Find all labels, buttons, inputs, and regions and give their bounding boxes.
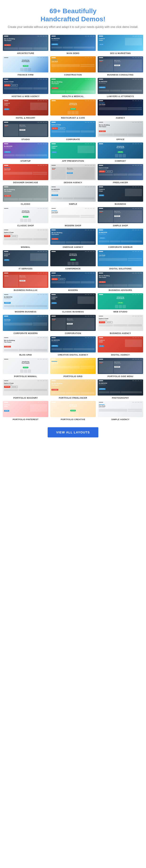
demo-item-simple-shop[interactable]: Services Main Content Description text h… — [98, 207, 143, 227]
demo-item-modern[interactable]: Explore & Create Professional web soluti… — [50, 272, 96, 291]
demo-thumbnail-web-studio[interactable]: IntroducingThe Product! DISCOVER — [98, 293, 143, 309]
demo-item-company[interactable]: IntroducingThe Product! DISCOVER COMPANY — [98, 143, 143, 162]
demo-thumbnail-construction[interactable]: Case Study Business Solutions — [50, 56, 96, 72]
demo-thumbnail-business-advisors[interactable]: We Are BuildingThe Future GET STARTED — [98, 272, 143, 288]
demo-item-classic-shop[interactable]: IntroducingThe Product! DISCOVER CLASSIC… — [3, 207, 48, 227]
demo-item-creative-digital[interactable]: We INNOVATE! Professional Services LEARN… — [50, 336, 96, 356]
demo-item-construction[interactable]: Case Study Business Solutions CONSTRUCTI… — [50, 56, 96, 76]
demo-thumbnail-portfolio-pinterest[interactable]: Creative &Unique EXPLORE — [3, 401, 48, 417]
demo-item-freelancer[interactable]: Explore & Create Professional web soluti… — [98, 164, 143, 184]
demo-item-modern-business[interactable]: We INNOVATE! Professional Services LEARN… — [3, 293, 48, 313]
demo-thumbnail-modern-business[interactable]: We INNOVATE! Professional Services LEARN… — [3, 293, 48, 309]
demo-item-agency[interactable]: Case Study Business Solutions AGENCY — [98, 99, 143, 119]
demo-item-modern-shop[interactable]: Case Study Business Solutions MODERN SHO… — [50, 207, 96, 227]
demo-item-web-studio[interactable]: IntroducingThe Product! DISCOVER WEB STU… — [98, 293, 143, 313]
demo-thumbnail-freelancer[interactable]: Explore & Create Professional web soluti… — [98, 164, 143, 180]
demo-item-corporate-sidebar[interactable]: We INNOVATE! Professional Services LEARN… — [98, 229, 143, 248]
demo-item-simple[interactable]: We INNOVATE! Professional Services LEARN… — [50, 186, 96, 205]
demo-thumbnail-classic[interactable]: We Are BuildingThe Future GET STARTED — [3, 186, 48, 202]
demo-item-lawyers[interactable]: We INNOVATE! Professional Services LEARN… — [98, 78, 143, 97]
demo-thumbnail-studio[interactable]: Services Main Content Description text h… — [3, 121, 48, 137]
demo-thumbnail-business[interactable]: Creative &Unique EXPLORE — [98, 186, 143, 202]
demo-thumbnail-classic-business[interactable]: Creative &Unique EXPLORE — [50, 293, 96, 309]
demo-item-design-agency[interactable]: Services Main Content Description text h… — [50, 164, 96, 184]
demo-thumbnail-office[interactable]: We Are BuildingThe Future GET STARTED — [98, 121, 143, 137]
demo-thumbnail-hosting[interactable]: Explore & Create Professional web soluti… — [3, 78, 48, 94]
demo-thumbnail-portfolio-grid[interactable]: Case Study Business Solutions — [50, 358, 96, 374]
demo-item-business-advisors[interactable]: We Are BuildingThe Future GET STARTED BU… — [98, 272, 143, 291]
demo-thumbnail-portfolio-freelancer[interactable]: We Are BuildingThe Future GET STARTED — [50, 379, 96, 396]
demo-thumbnail-simple-shop[interactable]: Services Main Content Description text h… — [98, 207, 143, 223]
demo-thumbnail-finance-firm[interactable]: IntroducingThe Product! DISCOVER — [3, 56, 48, 72]
demo-item-conference[interactable]: IntroducingThe Product! DISCOVER CONFERE… — [50, 250, 96, 270]
demo-thumbnail-modern[interactable]: Explore & Create Professional web soluti… — [50, 272, 96, 288]
demo-thumbnail-portfolio-minimal[interactable]: IntroducingThe Product! DISCOVER — [3, 358, 48, 374]
demo-item-health-medical[interactable]: We Are BuildingThe Future GET STARTED HE… — [50, 78, 96, 97]
demo-thumbnail-portfolio-creative[interactable]: IntroducingThe Product! DISCOVER — [50, 401, 96, 417]
demo-item-corporate[interactable]: Explore & Create Professional web soluti… — [50, 121, 96, 141]
demo-thumbnail-portfolio-side[interactable]: Services Main Content Description text h… — [98, 358, 143, 374]
demo-thumbnail-lawyers[interactable]: We INNOVATE! Professional Services LEARN… — [98, 78, 143, 94]
demo-item-business-agency[interactable]: Explore & Create Professional web soluti… — [98, 315, 143, 335]
demo-item-finance-firm[interactable]: IntroducingThe Product! DISCOVER FINANCE… — [3, 56, 48, 76]
demo-thumbnail-simple[interactable]: We INNOVATE! Professional Services LEARN… — [50, 186, 96, 202]
demo-thumbnail-simple-agency[interactable]: Case Study Business Solutions — [98, 401, 143, 417]
demo-item-corporation[interactable]: Services Main Content Description text h… — [50, 315, 96, 335]
demo-thumbnail-hotel[interactable]: Creative &Unique EXPLORE — [3, 99, 48, 116]
demo-item-portfolio-minimal[interactable]: IntroducingThe Product! DISCOVER PORTFOL… — [3, 358, 48, 377]
demo-thumbnail-digital-solutions[interactable]: Case Study Business Solutions — [98, 250, 143, 266]
demo-item-architecture[interactable]: We Are BuildingThe Future GET STARTED AR… — [3, 35, 48, 55]
demo-item-corporate-modern[interactable]: Case Study Business Solutions CORPORATE … — [3, 315, 48, 335]
demo-item-hosting[interactable]: Explore & Create Professional web soluti… — [3, 78, 48, 97]
demo-item-office[interactable]: We Are BuildingThe Future GET STARTED OF… — [98, 121, 143, 141]
demo-item-classic[interactable]: We Are BuildingThe Future GET STARTED CL… — [3, 186, 48, 205]
demo-item-classic-business[interactable]: Creative &Unique EXPLORE CLASSIC BUSINES… — [50, 293, 96, 313]
demo-item-blog-grid[interactable]: We Are BuildingThe Future GET STARTED BL… — [3, 336, 48, 356]
demo-thumbnail-corporate-sidebar[interactable]: We INNOVATE! Professional Services LEARN… — [98, 229, 143, 245]
demo-item-portfolio-pinterest[interactable]: Creative &Unique EXPLORE PORTFOLIO PINTE… — [3, 401, 48, 421]
demo-thumbnail-creative-digital[interactable]: We INNOVATE! Professional Services LEARN… — [50, 336, 96, 352]
demo-thumbnail-design-agency[interactable]: Services Main Content Description text h… — [50, 164, 96, 180]
demo-thumbnail-classic-shop[interactable]: IntroducingThe Product! DISCOVER — [3, 207, 48, 223]
demo-item-studio[interactable]: Services Main Content Description text h… — [3, 121, 48, 141]
demo-item-portfolio-creative[interactable]: IntroducingThe Product! DISCOVER PORTFOL… — [50, 401, 96, 421]
demo-item-restaurant[interactable]: IntroducingThe Product! DISCOVER RESTAUR… — [50, 99, 96, 119]
demo-item-business[interactable]: Creative &Unique EXPLORE BUSINESS — [98, 186, 143, 205]
demo-thumbnail-agency[interactable]: Case Study Business Solutions — [98, 99, 143, 116]
demo-thumbnail-photography[interactable]: We INNOVATE! Professional Services LEARN… — [98, 379, 143, 396]
demo-item-onepage-agency[interactable]: We Are BuildingThe Future GET STARTED ON… — [50, 229, 96, 248]
demo-thumbnail-onepage-agency[interactable]: We Are BuildingThe Future GET STARTED — [50, 229, 96, 245]
demo-item-main-demo[interactable]: We INNOVATE! Professional Services LEARN… — [50, 35, 96, 55]
demo-thumbnail-it-services[interactable]: Creative &Unique EXPLORE — [3, 250, 48, 266]
demo-thumbnail-modern-shop[interactable]: Case Study Business Solutions — [50, 207, 96, 223]
demo-item-simple-agency[interactable]: Case Study Business Solutions SIMPLE AGE… — [98, 401, 143, 421]
demo-item-portfolio-masonry[interactable]: Explore & Create Professional web soluti… — [3, 379, 48, 399]
demo-item-hotel[interactable]: Creative &Unique EXPLORE HOTEL & RESORT — [3, 99, 48, 119]
demo-item-digital-agency[interactable]: Creative &Unique EXPLORE DIGITAL AGENCY — [98, 336, 143, 356]
demo-item-seo-marketing[interactable]: Creative &Unique EXPLORE SEO & MARKETING — [98, 35, 143, 55]
demo-thumbnail-health-medical[interactable]: We Are BuildingThe Future GET STARTED — [50, 78, 96, 94]
demo-item-business-consulting[interactable]: Services Main Content Description text h… — [98, 56, 143, 76]
view-all-button[interactable]: VIEW ALL LAYOUTS — [48, 427, 98, 437]
demo-thumbnail-architecture[interactable]: We Are BuildingThe Future GET STARTED — [3, 35, 48, 51]
demo-thumbnail-conference[interactable]: IntroducingThe Product! DISCOVER — [50, 250, 96, 266]
demo-thumbnail-restaurant[interactable]: IntroducingThe Product! DISCOVER — [50, 99, 96, 116]
demo-item-it-services[interactable]: Creative &Unique EXPLORE IT SERVICES — [3, 250, 48, 270]
demo-thumbnail-corporate-modern[interactable]: Case Study Business Solutions — [3, 315, 48, 331]
demo-item-designer-showcase[interactable]: Case Study Business Solutions DESIGNER S… — [3, 164, 48, 184]
demo-thumbnail-business-consulting[interactable]: Services Main Content Description text h… — [98, 56, 143, 72]
demo-thumbnail-minimal[interactable]: Explore & Create Professional web soluti… — [3, 229, 48, 245]
demo-item-portfolio-side[interactable]: Services Main Content Description text h… — [98, 358, 143, 377]
demo-thumbnail-business-agency[interactable]: Explore & Create Professional web soluti… — [98, 315, 143, 331]
demo-thumbnail-business-parallax[interactable]: Services Main Content Description text h… — [3, 272, 48, 288]
demo-thumbnail-blog-grid[interactable]: We Are BuildingThe Future GET STARTED — [3, 336, 48, 352]
demo-item-portfolio-freelancer[interactable]: We Are BuildingThe Future GET STARTED PO… — [50, 379, 96, 399]
demo-thumbnail-corporation[interactable]: Services Main Content Description text h… — [50, 315, 96, 331]
demo-thumbnail-company[interactable]: IntroducingThe Product! DISCOVER — [98, 143, 143, 159]
demo-thumbnail-digital-agency[interactable]: Creative &Unique EXPLORE — [98, 336, 143, 352]
demo-thumbnail-corporate[interactable]: Explore & Create Professional web soluti… — [50, 121, 96, 137]
demo-thumbnail-app-presentation[interactable]: Creative &Unique EXPLORE — [50, 143, 96, 159]
demo-thumbnail-designer-showcase[interactable]: Case Study Business Solutions — [3, 164, 48, 180]
demo-item-portfolio-grid[interactable]: Case Study Business Solutions PORTFOLIO … — [50, 358, 96, 377]
demo-item-minimal[interactable]: Explore & Create Professional web soluti… — [3, 229, 48, 248]
